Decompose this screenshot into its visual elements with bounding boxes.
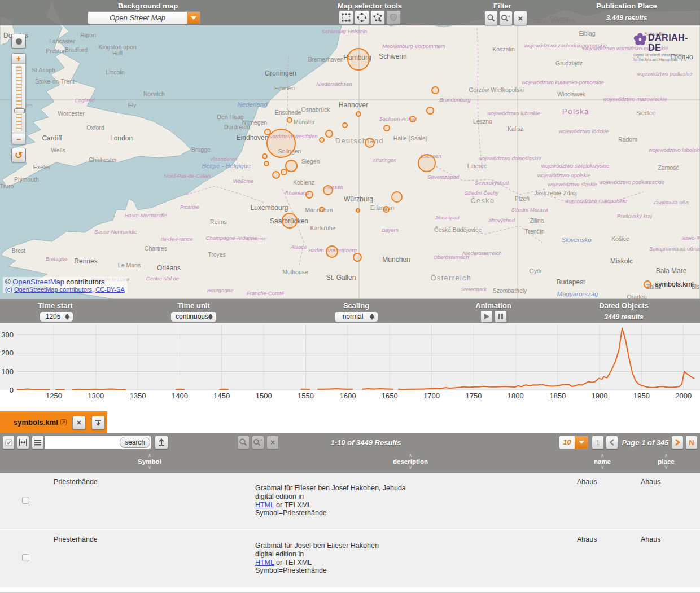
svg-text:1550: 1550 (298, 392, 314, 400)
next-page-button[interactable] (671, 436, 684, 449)
upload-button[interactable] (155, 436, 168, 449)
column-header-place[interactable]: ∧place∨ (658, 453, 674, 470)
pause-button[interactable] (495, 310, 507, 323)
ccbysa-link[interactable]: CC-BY-SA (95, 286, 125, 293)
svg-text:1450: 1450 (213, 392, 230, 400)
circle-select-button[interactable] (355, 10, 369, 25)
zoom-track[interactable] (16, 66, 22, 131)
cell-description: Grabmal für Elieser ben Josef Hakohen, J… (255, 484, 406, 517)
timeline-chart-canvas: 1250130013501400145015001550160016501700… (0, 323, 700, 401)
scaling-select[interactable]: normal (334, 311, 378, 322)
map-data-bubble[interactable] (391, 191, 403, 203)
sort-desc-icon[interactable]: ∨ (601, 465, 605, 470)
map-data-bubble[interactable] (426, 107, 434, 115)
page-size-select[interactable]: 10 (559, 436, 588, 449)
polygon-select-button[interactable] (370, 10, 385, 25)
row-list-button[interactable] (32, 436, 44, 449)
locate-button[interactable] (11, 34, 26, 49)
sort-asc-icon[interactable]: ∧ (148, 453, 152, 458)
external-link-icon[interactable]: ↗ (60, 419, 67, 425)
map-data-bubble[interactable] (356, 208, 360, 213)
locate-icon (16, 38, 22, 45)
tab-symbols-kml[interactable]: symbols.kml ↗ × (0, 411, 107, 433)
table-filter-zoom-button[interactable] (237, 436, 250, 449)
row-checkbox[interactable] (22, 497, 29, 504)
map-data-bubble[interactable] (282, 213, 298, 229)
time-start-select[interactable]: 1205 (40, 311, 73, 322)
sort-asc-icon[interactable]: ∧ (409, 453, 413, 458)
svg-text:2000: 2000 (675, 392, 692, 400)
map-data-bubble[interactable] (342, 122, 348, 128)
map-data-bubble[interactable] (431, 86, 439, 94)
close-tab-button[interactable]: × (72, 416, 86, 429)
map-data-bubble[interactable] (365, 138, 375, 148)
sort-desc-icon[interactable]: ∨ (664, 465, 668, 470)
table-filter-inverse-button[interactable]: -1 (252, 436, 264, 449)
zoom-in-button[interactable]: + (12, 54, 25, 64)
column-header-description[interactable]: ∧description∨ (393, 453, 428, 470)
table-filter-clear-button[interactable]: × (266, 436, 279, 449)
map-data-bubble[interactable] (418, 154, 436, 172)
minimize-table-button[interactable] (91, 416, 105, 429)
map-data-bubble[interactable] (281, 169, 287, 175)
osm-link[interactable]: OpenStreetMap (12, 278, 64, 286)
svg-text:1750: 1750 (466, 392, 482, 400)
zoom-handle[interactable] (14, 108, 25, 113)
map-data-bubble[interactable] (264, 161, 269, 166)
select-all-button[interactable] (2, 436, 15, 449)
country-select-button[interactable] (386, 10, 401, 25)
row-checkbox[interactable] (22, 554, 29, 561)
rectangle-select-button[interactable] (339, 10, 353, 25)
search-button[interactable]: search (120, 437, 150, 448)
last-page-button[interactable]: N (685, 436, 698, 449)
map-data-bubble[interactable] (272, 171, 280, 179)
html-link[interactable]: HTML (255, 501, 274, 509)
column-width-button[interactable] (17, 436, 29, 449)
sort-asc-icon[interactable]: ∧ (601, 453, 605, 458)
zoom-out-button[interactable]: − (12, 134, 25, 144)
map-data-bubble[interactable] (323, 185, 333, 195)
page-number-button[interactable]: 1 (592, 436, 604, 449)
map-data-bubble[interactable] (319, 207, 325, 212)
filter-clear-button[interactable]: × (514, 11, 527, 25)
sort-desc-icon[interactable]: ∨ (148, 465, 152, 470)
html-link[interactable]: HTML (255, 559, 274, 566)
map[interactable]: DouglasLancasterRiponPrestonBradfordKing… (0, 0, 700, 299)
map-data-bubble[interactable] (383, 125, 390, 131)
sort-desc-icon[interactable]: ∨ (409, 465, 413, 470)
map-data-bubble[interactable] (383, 206, 390, 213)
magnifier-icon (239, 438, 248, 447)
play-button[interactable] (480, 310, 493, 323)
chevron-down-icon[interactable] (575, 436, 588, 449)
map-data-bubble[interactable] (409, 116, 416, 122)
reset-view-button[interactable]: ↺ (11, 148, 26, 162)
zoom-slider[interactable]: + − (11, 53, 26, 144)
osm-contributors-link[interactable]: OpenStreetMap contributors (14, 286, 92, 293)
prev-page-button[interactable] (606, 436, 618, 449)
filter-zoom-button[interactable] (484, 11, 498, 25)
map-data-bubble[interactable] (356, 111, 361, 117)
map-data-bubble[interactable] (319, 137, 325, 143)
time-unit-label: Time unit (177, 301, 210, 310)
sort-asc-icon[interactable]: ∧ (664, 453, 668, 458)
map-data-bubble[interactable] (325, 130, 333, 138)
background-map-label: Background map (118, 2, 178, 10)
column-header-symbol[interactable]: ∧Symbol∨ (138, 453, 161, 470)
map-data-bubble[interactable] (287, 117, 292, 123)
chevron-down-icon[interactable] (187, 12, 200, 24)
map-data-bubble[interactable] (305, 191, 313, 199)
map-data-bubble[interactable] (266, 129, 296, 158)
svg-text:1800: 1800 (508, 392, 524, 400)
map-data-bubble[interactable] (262, 153, 268, 159)
background-map-select[interactable]: Open Street Map (88, 11, 200, 24)
map-data-bubble[interactable] (347, 48, 370, 71)
publication-place-results: 3.449 results (606, 14, 648, 22)
filter-inverse-button[interactable]: -1 (499, 11, 513, 25)
svg-text:1250: 1250 (46, 392, 62, 400)
upload-icon (158, 438, 165, 446)
column-header-name[interactable]: ∧name∨ (594, 453, 611, 470)
results-panel: symbols.kml ↗ × search (0, 401, 700, 593)
map-data-bubble[interactable] (353, 253, 362, 262)
map-data-bubble[interactable] (326, 245, 338, 258)
time-unit-select[interactable]: continuous (170, 311, 217, 322)
